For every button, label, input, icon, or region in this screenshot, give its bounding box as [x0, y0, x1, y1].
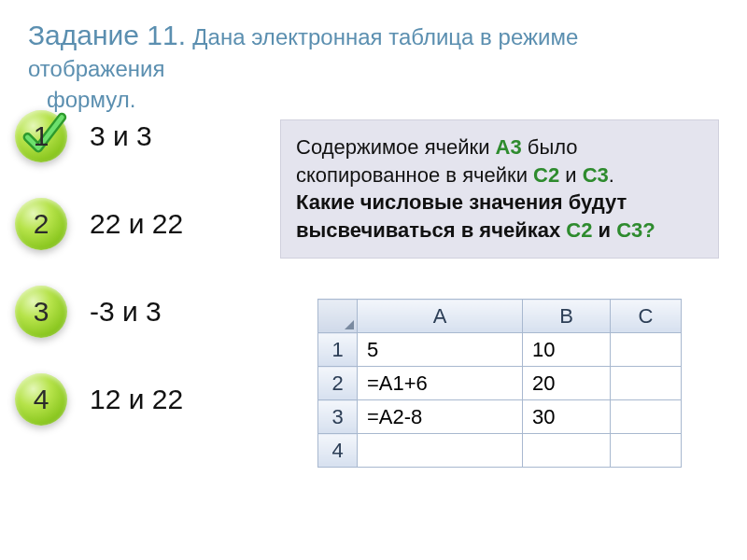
row-3: 3 =A2-8 30	[318, 400, 682, 434]
slide-title: Задание 11. Дана электронная таблица в р…	[0, 0, 747, 123]
option-2-number: 2	[34, 208, 49, 240]
option-1-number: 1	[34, 120, 49, 152]
cell-C2[interactable]	[610, 367, 681, 400]
cell-B1[interactable]: 10	[523, 333, 611, 367]
cell-A4[interactable]	[358, 434, 523, 468]
row-1-head[interactable]: 1	[318, 333, 358, 367]
spreadsheet-table: A B C 1 5 10 2 =A1+6 20 3 =A2-8 30 4	[317, 299, 682, 468]
option-3-button[interactable]: 3	[15, 286, 67, 338]
explain-a3: А3	[496, 135, 522, 159]
explain-qand: и	[592, 218, 616, 242]
answer-options: 1 3 и 3 2 22 и 22 3 -3 и 3 4 12 и 22	[15, 110, 248, 461]
cell-A2[interactable]: =A1+6	[358, 367, 523, 400]
option-2-button[interactable]: 2	[15, 198, 67, 250]
select-all-corner[interactable]	[318, 300, 358, 333]
cell-B4[interactable]	[523, 434, 611, 468]
cell-C4[interactable]	[610, 434, 681, 468]
option-1[interactable]: 1 3 и 3	[15, 110, 248, 162]
explain-qc3: С3?	[616, 218, 655, 242]
header-row: A B C	[318, 300, 682, 333]
option-4-text: 12 и 22	[90, 384, 183, 415]
explain-t1: Содержимое ячейки	[296, 135, 496, 159]
col-B[interactable]: B	[523, 300, 611, 333]
option-2[interactable]: 2 22 и 22	[15, 198, 248, 250]
option-4-button[interactable]: 4	[15, 373, 67, 426]
row-3-head[interactable]: 3	[318, 400, 358, 434]
option-3-number: 3	[34, 296, 49, 328]
cell-C3[interactable]	[610, 400, 681, 434]
cell-A3[interactable]: =A2-8	[358, 400, 523, 434]
cell-B3[interactable]: 30	[523, 400, 611, 434]
explain-c3: С3	[583, 163, 609, 187]
spreadsheet: A B C 1 5 10 2 =A1+6 20 3 =A2-8 30 4	[317, 299, 682, 468]
option-3-text: -3 и 3	[90, 296, 162, 328]
option-1-text: 3 и 3	[90, 120, 152, 152]
title-main: Задание 11.	[28, 20, 186, 50]
row-4: 4	[318, 434, 682, 468]
col-C[interactable]: C	[610, 300, 681, 333]
row-2-head[interactable]: 2	[318, 367, 358, 400]
explain-t4: .	[609, 163, 614, 187]
explain-c2: С2	[533, 163, 559, 187]
cell-B2[interactable]: 20	[523, 367, 611, 400]
explanation-box: Содержимое ячейки А3 было скопированное …	[280, 119, 719, 259]
option-2-text: 22 и 22	[90, 208, 183, 240]
cell-C1[interactable]	[610, 333, 681, 367]
option-4-number: 4	[34, 384, 49, 415]
option-3[interactable]: 3 -3 и 3	[15, 286, 248, 338]
explain-t3: и	[559, 163, 583, 187]
row-4-head[interactable]: 4	[318, 434, 358, 468]
explain-qc2: С2	[566, 218, 592, 242]
row-1: 1 5 10	[318, 333, 682, 367]
row-2: 2 =A1+6 20	[318, 367, 682, 400]
col-A[interactable]: A	[358, 300, 523, 333]
cell-A1[interactable]: 5	[358, 333, 523, 367]
option-1-button[interactable]: 1	[15, 110, 67, 162]
option-4[interactable]: 4 12 и 22	[15, 373, 248, 426]
